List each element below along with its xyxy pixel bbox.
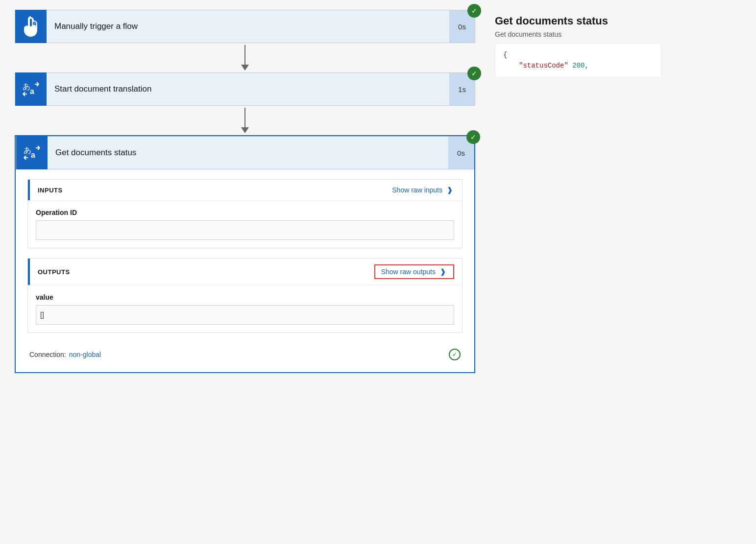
code-colon [568,62,572,70]
show-raw-outputs-label: Show raw outputs [381,268,436,276]
show-raw-outputs-button[interactable]: Show raw outputs ❱ [374,264,454,279]
step-trigger-check: ✓ [467,4,481,18]
connection-check-icon: ✓ [449,349,461,360]
code-line-status: "statusCode" 200, [503,60,653,71]
svg-text:あ: あ [24,146,31,154]
right-panel: Get documents status Get documents statu… [495,10,661,83]
svg-rect-0 [30,19,32,26]
value-label: value [36,293,454,301]
connection-label: Connection: [29,351,66,358]
translate-icon-container-1: あ a [15,72,47,106]
operation-id-input[interactable] [36,220,454,240]
show-raw-inputs-label: Show raw inputs [392,186,442,194]
inputs-label: INPUTS [38,187,63,194]
page-container: Manually trigger a flow 0s ✓ あ a [10,10,746,373]
chevron-right-icon-inputs: ❱ [445,186,454,194]
arrow-line-2 [244,108,245,127]
step-translation-check: ✓ [467,67,481,80]
step-documents-body: INPUTS Show raw inputs ❱ Operation ID [16,169,474,372]
svg-text:あ: あ [23,82,30,91]
touch-icon [22,16,40,37]
operation-id-label: Operation ID [36,209,454,216]
step-translation-header[interactable]: あ a Start document translation 1s [15,72,475,106]
translate-icon-2: あ a [22,144,42,162]
arrow-2 [241,106,249,135]
arrow-head-2 [241,127,249,133]
step-translation[interactable]: あ a Start document translation 1s ✓ [15,72,475,106]
step-documents-title: Get documents status [48,148,448,158]
arrow-head-1 [241,65,249,71]
arrow-line-1 [244,45,245,65]
value-field: [] [36,305,454,325]
flow-column: Manually trigger a flow 0s ✓ あ a [10,10,480,373]
step-trigger-header[interactable]: Manually trigger a flow 0s [15,10,475,43]
code-block: { "statusCode" 200, [495,43,661,78]
outputs-content: value [] [28,285,462,332]
step-documents-check: ✓ [466,130,480,144]
translate-icon-1: あ a [21,80,41,98]
code-line-brace: { [503,49,653,60]
step-translation-title: Start document translation [47,84,449,94]
inputs-section: INPUTS Show raw inputs ❱ Operation ID [27,179,463,248]
arrow-1 [241,43,249,72]
step-documents-header[interactable]: あ a Get documents status 0s [16,136,474,169]
step-documents-status[interactable]: あ a Get documents status 0s ✓ INPUTS [15,135,475,373]
outputs-label: OUTPUTS [38,268,70,276]
outputs-section: OUTPUTS Show raw outputs ❱ value [] [27,258,463,333]
step-trigger[interactable]: Manually trigger a flow 0s ✓ [15,10,475,43]
step-trigger-title: Manually trigger a flow [47,22,449,31]
code-key: "statusCode" [519,62,568,70]
svg-text:a: a [31,151,35,159]
panel-subtitle: Get documents status [495,30,661,38]
inputs-section-header: INPUTS Show raw inputs ❱ [28,180,462,200]
svg-text:a: a [30,87,34,95]
connection-row: Connection: non-global ✓ [27,343,463,362]
code-value: 200, [572,62,589,70]
inputs-content: Operation ID [28,200,462,248]
value-content: [] [40,311,44,319]
panel-title: Get documents status [495,15,661,27]
chevron-right-icon-outputs: ❱ [439,267,447,276]
trigger-icon-container [15,10,47,43]
translate-icon-container-2: あ a [16,136,48,169]
connection-value[interactable]: non-global [69,351,101,358]
show-raw-inputs-button[interactable]: Show raw inputs ❱ [392,186,454,194]
outputs-section-header: OUTPUTS Show raw outputs ❱ [28,259,462,285]
code-open-brace: { [503,51,507,59]
